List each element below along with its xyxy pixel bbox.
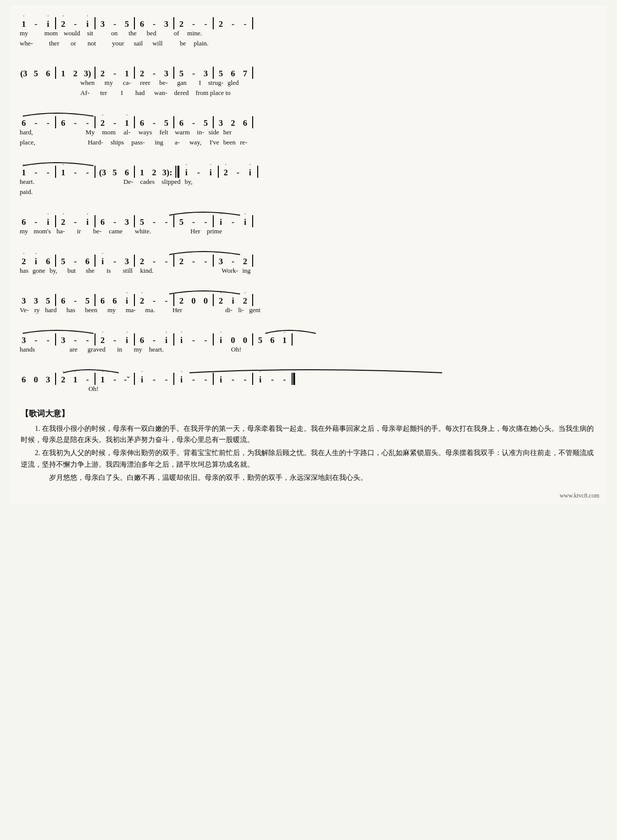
note: ·i xyxy=(42,217,54,227)
note: ·i xyxy=(175,335,187,345)
lyric: the xyxy=(120,29,145,37)
note: 0 xyxy=(187,296,200,306)
note: ·i xyxy=(205,168,217,178)
note: ·i xyxy=(97,257,109,267)
lyric: in- xyxy=(195,128,207,136)
note: - xyxy=(30,168,42,178)
lyric: li- xyxy=(235,306,247,314)
lyrics-section: 【歌词大意】 1. 在我很小很小的时候，母亲有一双白嫩的手。在我开学的第一天，母… xyxy=(18,403,599,490)
row-3-lyrics2: place, Hard- ships pass- ing a- way, I'v… xyxy=(18,138,616,149)
barline xyxy=(251,17,254,29)
lyric: bed xyxy=(145,29,158,37)
lyric: Her xyxy=(162,306,193,314)
note: 2 xyxy=(175,19,187,29)
note: 3 xyxy=(121,217,133,227)
score-wrapper: ·1 - ·i ·2 - ·i 3 - 5 6 - 3 2 - - 2 xyxy=(18,10,616,395)
row-group-2: (3 5 6 1 2 3) 2 - 1 2 - 3 5 - 3 5 xyxy=(18,60,616,99)
row-group-8: 3 - - 3 - - ·2 - ·i 6 - ·i ·i xyxy=(18,326,616,356)
lyric-item-2: 2. 在我初为人父的时候，母亲伸出勤劳的双手。背着宝宝忙前忙后，为我解除后顾之忧… xyxy=(21,448,596,470)
note: - xyxy=(30,19,42,29)
note: 3 xyxy=(215,257,227,267)
note: - xyxy=(109,375,121,385)
lyric: De- xyxy=(121,178,135,186)
note: 3 xyxy=(215,118,227,128)
note: - xyxy=(81,335,93,345)
lyric: paid. xyxy=(18,188,35,196)
note: 6 xyxy=(57,296,69,306)
note: ·2 xyxy=(97,118,109,128)
lyric: I've xyxy=(208,138,221,146)
lyric: on xyxy=(108,29,120,37)
lyric: still xyxy=(121,267,135,275)
note: ·i xyxy=(215,335,227,345)
lyric: gan xyxy=(170,79,194,87)
note: ·i xyxy=(175,375,187,385)
lyric: her xyxy=(221,128,234,136)
note: 6 xyxy=(97,217,109,227)
lyric: ma. xyxy=(138,306,162,314)
lyric: prime xyxy=(202,227,226,235)
lyric: be- xyxy=(157,79,170,87)
barline xyxy=(251,116,254,128)
lyric: she xyxy=(84,267,97,275)
note: ·1 xyxy=(97,375,109,385)
note: ·i xyxy=(239,217,251,227)
note: 3 xyxy=(200,69,212,79)
note: - xyxy=(69,168,81,178)
note: - xyxy=(239,19,251,29)
lyric: Af- xyxy=(78,89,91,97)
barline xyxy=(251,67,254,79)
note: - xyxy=(109,19,121,29)
lyric: pass- xyxy=(129,138,147,146)
lyric: be- xyxy=(91,227,104,235)
note: - xyxy=(227,257,239,267)
barline xyxy=(251,294,254,306)
note: - xyxy=(160,257,172,267)
barline xyxy=(251,255,254,267)
note: 3) xyxy=(81,69,93,79)
row-8-lyrics1: hands are graved in my heart. Oh! xyxy=(18,345,616,356)
lyric: Hard- xyxy=(86,138,105,146)
note: - xyxy=(69,257,81,267)
lyric: I xyxy=(194,79,206,87)
lyric: I xyxy=(116,89,128,97)
row-4-lyrics2: paid. xyxy=(18,188,616,198)
row-group-7: 3 3 5 6 - 5 6 6 ·i ·2 - - ·2 xyxy=(18,287,616,316)
note: 3 xyxy=(30,296,42,306)
note: - xyxy=(187,335,200,345)
lyric: Oh! xyxy=(78,385,109,393)
note: ·i xyxy=(30,257,42,267)
lyric: from place to xyxy=(194,89,232,97)
note: - xyxy=(187,375,200,385)
lyric: re- xyxy=(238,138,250,146)
lyric: cades xyxy=(135,178,160,186)
note: - xyxy=(200,257,212,267)
lyric: kind. xyxy=(134,267,159,275)
lyric: Her xyxy=(188,227,203,235)
row-2-notes: (3 5 6 1 2 3) 2 - 1 2 - 3 5 - 3 5 xyxy=(18,60,616,79)
note: 6 xyxy=(42,257,54,267)
note: 5 xyxy=(121,19,133,29)
note: - xyxy=(148,335,160,345)
note: -ˇ xyxy=(121,375,133,385)
note: - xyxy=(69,19,81,29)
lyric: came xyxy=(104,227,128,235)
lyric: mine. xyxy=(182,29,207,37)
note: 3 xyxy=(160,19,172,29)
note: 3 xyxy=(97,19,109,29)
note: ·1 xyxy=(18,19,30,29)
row-group-3: 6 - - 6 - - ·2 - ·1 6 - 5 6 xyxy=(18,109,616,149)
note: (3 xyxy=(18,69,30,79)
row-group-1: ·1 - ·i ·2 - ·i 3 - 5 6 - 3 2 - - 2 xyxy=(18,10,616,50)
note: 6 xyxy=(42,69,54,79)
lyric: ma- xyxy=(124,306,138,314)
lyric: be xyxy=(177,39,189,47)
lyric: ca- xyxy=(121,79,133,87)
lyric: sail xyxy=(126,39,151,47)
note: 7 xyxy=(239,69,251,79)
note: - xyxy=(227,19,239,29)
lyric: sit xyxy=(84,29,96,37)
note: - xyxy=(69,296,81,306)
lyric: been xyxy=(83,306,100,314)
note: ·i xyxy=(81,19,93,29)
